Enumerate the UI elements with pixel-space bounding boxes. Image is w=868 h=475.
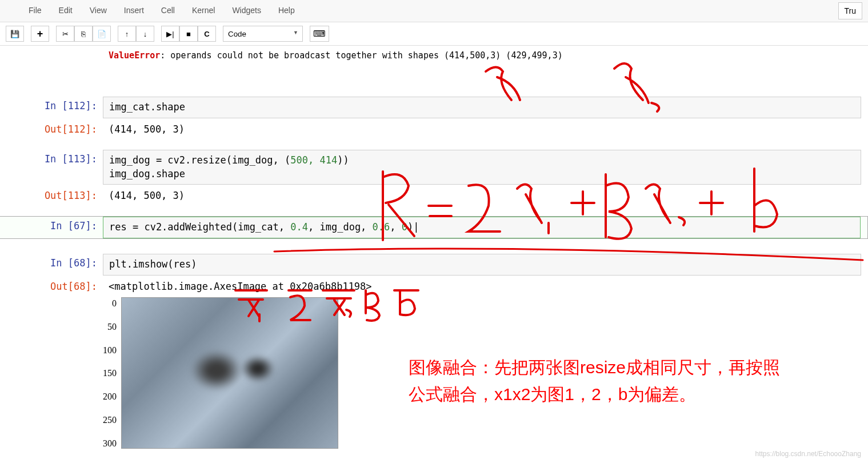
stop-icon: ■ (186, 30, 191, 38)
y-tick: 250 (103, 415, 117, 425)
menu-kernel[interactable]: Kernel (189, 2, 229, 19)
code-input[interactable]: img_dog = cv2.resize(img_dog, (500, 414)… (103, 150, 861, 185)
output-text: (414, 500, 3) (103, 120, 861, 138)
move-down-button[interactable]: ↓ (136, 26, 154, 42)
run-icon: ▶| (166, 30, 174, 38)
chinese-annotation: 图像融合：先把两张图resize成相同尺寸，再按照公式融合，x1x2为图1，2，… (409, 354, 797, 408)
arrow-up-icon: ↑ (125, 30, 129, 38)
command-palette-button[interactable]: ⌨ (310, 26, 329, 42)
stop-button[interactable]: ■ (179, 26, 198, 42)
out-prompt: Out[113]: (0, 186, 103, 205)
paste-icon: 📄 (97, 30, 106, 38)
menubar: File Edit View Insert Cell Kernel Widget… (0, 0, 868, 22)
in-prompt: In [112]: (0, 97, 103, 115)
menu-file[interactable]: File (6, 2, 55, 19)
save-button[interactable]: 💾 (6, 26, 24, 42)
add-cell-button[interactable]: + (31, 26, 49, 42)
y-tick: 300 (103, 438, 117, 449)
y-tick: 100 (103, 345, 117, 356)
cell-68-output: Out[68]: <matplotlib.image.AxesImage at … (0, 277, 868, 296)
copy-icon: ⎘ (81, 30, 86, 38)
run-button[interactable]: ▶| (161, 26, 179, 42)
restart-icon: C (204, 30, 209, 38)
cell-113-output: Out[113]: (414, 500, 3) (0, 186, 868, 205)
output-text: (414, 500, 3) (103, 186, 861, 205)
toolbar: 💾 + ✂ ⎘ 📄 ↑ ↓ ▶| ■ C Code ⌨ (0, 22, 868, 46)
cell-67-input[interactable]: In [67]: res = cv2.addWeighted(img_cat, … (0, 216, 868, 239)
error-name: ValueError (109, 50, 160, 61)
in-prompt: In [67]: (0, 217, 103, 235)
plus-icon: + (37, 28, 43, 40)
y-tick: 200 (103, 392, 117, 402)
plot-y-axis: 0 50 100 150 200 250 300 (103, 297, 121, 449)
annotation-text: 图像融合：先把两张图resize成相同尺寸，再按照公式融合，x1x2为图1，2，… (409, 354, 797, 408)
cut-icon: ✂ (62, 30, 69, 38)
menu-insert[interactable]: Insert (121, 2, 158, 19)
output-text: <matplotlib.image.AxesImage at 0x20a6b8b… (103, 277, 861, 296)
out-prompt: Out[68]: (0, 277, 103, 296)
out-prompt: Out[112]: (0, 120, 103, 138)
watermark: https://blog.csdn.net/EchoooZhang (755, 450, 861, 458)
keyboard-icon: ⌨ (313, 29, 326, 39)
menu-help[interactable]: Help (275, 2, 309, 19)
y-tick: 50 (103, 322, 117, 332)
error-message: : operands could not be broadcast togeth… (160, 50, 562, 61)
cell-type-select[interactable]: Code (223, 26, 303, 42)
paste-button[interactable]: 📄 (93, 26, 111, 42)
y-tick: 0 (103, 298, 117, 309)
cell-68-input[interactable]: In [68]: plt.imshow(res) (0, 254, 868, 276)
copy-button[interactable]: ⎘ (74, 26, 93, 42)
cell-112-input[interactable]: In [112]: img_cat.shape (0, 97, 868, 118)
menu-cell[interactable]: Cell (158, 2, 189, 19)
notebook-container: ValueError: operands could not be broadc… (0, 46, 868, 460)
cut-button[interactable]: ✂ (56, 26, 74, 42)
arrow-down-icon: ↓ (143, 30, 147, 38)
menu-edit[interactable]: Edit (55, 2, 86, 19)
code-input[interactable]: res = cv2.addWeighted(img_cat, 0.4, img_… (103, 217, 861, 238)
save-icon: 💾 (10, 30, 19, 38)
restart-button[interactable]: C (198, 26, 216, 42)
error-output: ValueError: operands could not be broadc… (0, 50, 868, 61)
plot-image (121, 297, 338, 449)
menu-widgets[interactable]: Widgets (229, 2, 275, 19)
cell-112-output: Out[112]: (414, 500, 3) (0, 120, 868, 138)
move-up-button[interactable]: ↑ (118, 26, 136, 42)
y-tick: 150 (103, 368, 117, 378)
code-input[interactable]: img_cat.shape (103, 97, 861, 118)
code-input[interactable]: plt.imshow(res) (103, 254, 861, 276)
menu-view[interactable]: View (86, 2, 121, 19)
kernel-indicator[interactable]: Tru (838, 2, 862, 19)
in-prompt: In [113]: (0, 150, 103, 168)
cell-113-input[interactable]: In [113]: img_dog = cv2.resize(img_dog, … (0, 150, 868, 185)
in-prompt: In [68]: (0, 254, 103, 272)
